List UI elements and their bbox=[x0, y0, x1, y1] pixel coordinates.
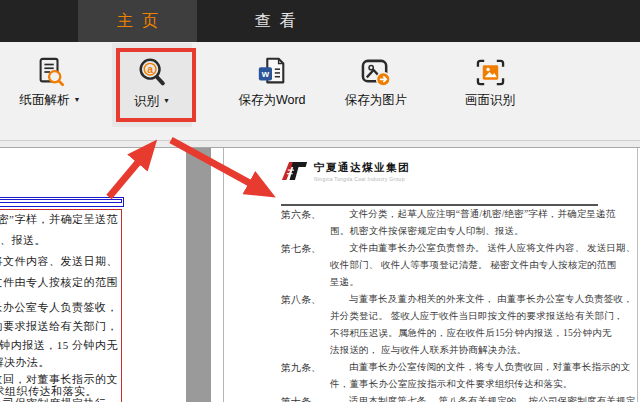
ocr-app-window: { "tabs": { "home": "主页", "view": "查看" }… bbox=[0, 0, 640, 402]
paper-analysis-label: 纸面解析▼ bbox=[20, 92, 81, 109]
article-label: 第十条、 bbox=[281, 393, 330, 402]
article-9: 第九条、 由董事长办公室传阅的文件，将专人负责收回，对董事长指示的文 件，董事长… bbox=[281, 359, 637, 393]
screen-recognize-label: 画面识别 bbox=[465, 92, 515, 109]
ocr-region-blue-box bbox=[0, 197, 124, 207]
viewer-right-edge bbox=[637, 148, 638, 402]
article-line: 不得积压迟误。属急件的，应在收件后15分钟内报送，15分钟内无 bbox=[330, 325, 637, 342]
article-line: 并分类登记。 签收人应于收件当日即按文件的要求报送给有关部门， bbox=[330, 308, 637, 325]
chevron-down-icon: ▼ bbox=[74, 96, 81, 103]
article-line: 与董事长及董办相关的外来文件， 由董事长办公室专人负责签收， bbox=[330, 291, 637, 308]
article-line: 收件部门、 收件人等事项登记清楚。 秘密文件由专人按核定的范围 bbox=[330, 257, 637, 274]
document-search-icon bbox=[35, 54, 65, 90]
preview-page[interactable]: 宁夏通达煤业集团 Ningxia Tongda Coal Industry Gr… bbox=[223, 148, 640, 402]
article-6: 第六条、 文件分类，起草人应注明“普通/机密/绝密”字样，并确定呈递范 围。机密… bbox=[281, 206, 637, 240]
screen-capture-image-icon bbox=[475, 54, 506, 90]
doc-text-line: 解决办法。 bbox=[0, 355, 50, 370]
image-export-icon bbox=[360, 54, 393, 90]
tab-bar: 主页 查看 bbox=[0, 0, 640, 42]
company-name: 宁夏通达煤业集团 bbox=[314, 161, 410, 175]
article-list: 第六条、 文件分类，起草人应注明“普通/机密/绝密”字样，并确定呈递范 围。机密… bbox=[281, 206, 637, 402]
article-line: 文件由董事长办公室负责督办。 送件人应将文件内容、 发送日期、 bbox=[330, 240, 637, 257]
save-as-image-button[interactable]: 保存为图片 bbox=[328, 42, 424, 140]
company-logo-mark-icon bbox=[281, 161, 308, 185]
tab-view[interactable]: 查看 bbox=[225, 0, 325, 42]
document-viewer: 密/绝密”字样，并确定呈送范 制、报送。 件人应将文件内容、发送日期、 秘密文件… bbox=[0, 147, 640, 402]
magnifier-a-icon: a bbox=[136, 55, 168, 91]
chevron-down-icon: ▼ bbox=[163, 97, 170, 104]
company-logo: 宁夏通达煤业集团 Ningxia Tongda Coal Industry Gr… bbox=[281, 161, 410, 185]
article-line: 呈递。 bbox=[330, 274, 637, 291]
save-as-word-button[interactable]: w 保存为Word bbox=[222, 42, 322, 140]
article-line: 围。机密文件按保密规定由专人印制、报送。 bbox=[330, 223, 637, 240]
save-as-image-label: 保存为图片 bbox=[345, 92, 408, 109]
toolbar: 纸面解析▼ a 识别▼ w 保存为Word bbox=[0, 42, 640, 141]
article-line: 件，董事长办公室应按指示和文件要求组织传达和落实。 bbox=[330, 376, 637, 393]
article-8: 第八条、 与董事长及董办相关的外来文件， 由董事长办公室专人负责签收， 并分类登… bbox=[281, 291, 637, 359]
doc-text-line: 定的，按公司保密制度规定执行。 bbox=[0, 396, 118, 402]
article-line: 由董事长办公室传阅的文件，将专人负责收回，对董事长指示的文 bbox=[330, 359, 637, 376]
doc-text-line: 即按文件的要求报送给有关部门， bbox=[0, 319, 118, 334]
doc-text-line: 件人应将文件内容、发送日期、 bbox=[0, 254, 118, 269]
doc-text-line: 秘密文件由专人按核定的范围 bbox=[0, 275, 118, 290]
doc-text-line: 制、报送。 bbox=[0, 233, 46, 248]
original-page[interactable]: 密/绝密”字样，并确定呈送范 制、报送。 件人应将文件内容、发送日期、 秘密文件… bbox=[0, 148, 186, 402]
screen-recognize-button[interactable]: 画面识别 bbox=[444, 42, 536, 140]
svg-text:w: w bbox=[261, 68, 270, 79]
article-label: 第九条、 bbox=[281, 359, 330, 376]
page-gap-divider[interactable] bbox=[186, 148, 211, 402]
word-document-icon: w bbox=[256, 54, 288, 90]
article-label: 第六条、 bbox=[281, 206, 330, 223]
article-line: 适用本制度第七条、 第八条有关规定的， 按公司保密制度有关规定 bbox=[330, 393, 637, 402]
paper-analysis-button[interactable]: 纸面解析▼ bbox=[2, 42, 98, 140]
tab-home[interactable]: 主页 bbox=[78, 0, 197, 42]
save-as-word-label: 保存为Word bbox=[238, 92, 305, 109]
article-line: 法报送的， 应与收件人联系并协商解决办法。 bbox=[330, 342, 637, 359]
article-label: 第八条、 bbox=[281, 291, 330, 308]
article-7: 第七条、 文件由董事长办公室负责督办。 送件人应将文件内容、 发送日期、 收件部… bbox=[281, 240, 637, 291]
doc-text-line: 密/绝密”字样，并确定呈送范 bbox=[0, 212, 118, 227]
doc-text-line: 由董事长办公室专人负责签收， bbox=[0, 300, 118, 315]
doc-text-line: 后 15 分钟内报送，15 分钟内无 bbox=[0, 338, 118, 353]
article-line: 文件分类，起草人应注明“普通/机密/绝密”字样，并确定呈递范 bbox=[330, 206, 637, 223]
article-10: 第十条、 适用本制度第七条、 第八条有关规定的， 按公司保密制度有关规定 bbox=[281, 393, 637, 402]
recognize-button[interactable]: a 识别▼ bbox=[112, 43, 192, 127]
svg-text:a: a bbox=[147, 64, 153, 75]
recognize-label: 识别▼ bbox=[134, 93, 170, 110]
company-name-en: Ningxia Tongda Coal Industry Group bbox=[314, 176, 410, 182]
article-label: 第七条、 bbox=[281, 240, 330, 257]
